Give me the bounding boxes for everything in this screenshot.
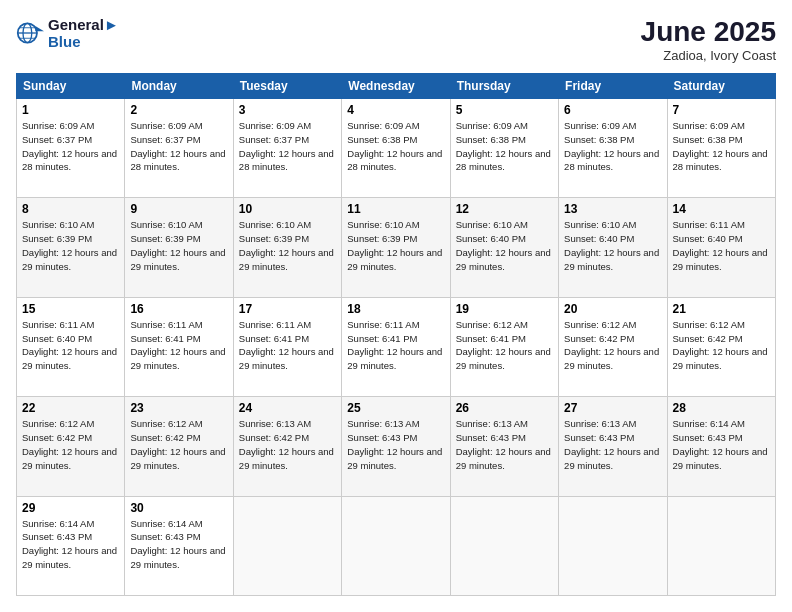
table-row: 6 Sunrise: 6:09 AMSunset: 6:38 PMDayligh… bbox=[559, 99, 667, 198]
table-row: 12 Sunrise: 6:10 AMSunset: 6:40 PMDaylig… bbox=[450, 198, 558, 297]
day-info: Sunrise: 6:09 AMSunset: 6:37 PMDaylight:… bbox=[130, 120, 225, 172]
table-row: 8 Sunrise: 6:10 AMSunset: 6:39 PMDayligh… bbox=[17, 198, 125, 297]
table-row: 21 Sunrise: 6:12 AMSunset: 6:42 PMDaylig… bbox=[667, 297, 775, 396]
day-info: Sunrise: 6:14 AMSunset: 6:43 PMDaylight:… bbox=[130, 518, 225, 570]
table-row: 7 Sunrise: 6:09 AMSunset: 6:38 PMDayligh… bbox=[667, 99, 775, 198]
day-info: Sunrise: 6:10 AMSunset: 6:39 PMDaylight:… bbox=[239, 219, 334, 271]
table-row: 4 Sunrise: 6:09 AMSunset: 6:38 PMDayligh… bbox=[342, 99, 450, 198]
table-row: 14 Sunrise: 6:11 AMSunset: 6:40 PMDaylig… bbox=[667, 198, 775, 297]
day-info: Sunrise: 6:13 AMSunset: 6:43 PMDaylight:… bbox=[347, 418, 442, 470]
day-info: Sunrise: 6:09 AMSunset: 6:38 PMDaylight:… bbox=[347, 120, 442, 172]
table-row: 19 Sunrise: 6:12 AMSunset: 6:41 PMDaylig… bbox=[450, 297, 558, 396]
day-number: 18 bbox=[347, 302, 444, 316]
day-info: Sunrise: 6:09 AMSunset: 6:38 PMDaylight:… bbox=[456, 120, 551, 172]
day-number: 12 bbox=[456, 202, 553, 216]
logo-icon bbox=[16, 19, 44, 47]
table-row: 15 Sunrise: 6:11 AMSunset: 6:40 PMDaylig… bbox=[17, 297, 125, 396]
day-number: 14 bbox=[673, 202, 770, 216]
day-info: Sunrise: 6:09 AMSunset: 6:37 PMDaylight:… bbox=[239, 120, 334, 172]
day-info: Sunrise: 6:13 AMSunset: 6:42 PMDaylight:… bbox=[239, 418, 334, 470]
day-number: 5 bbox=[456, 103, 553, 117]
table-row: 9 Sunrise: 6:10 AMSunset: 6:39 PMDayligh… bbox=[125, 198, 233, 297]
day-number: 23 bbox=[130, 401, 227, 415]
day-info: Sunrise: 6:12 AMSunset: 6:41 PMDaylight:… bbox=[456, 319, 551, 371]
table-row bbox=[342, 496, 450, 595]
table-row bbox=[559, 496, 667, 595]
table-row bbox=[450, 496, 558, 595]
day-number: 9 bbox=[130, 202, 227, 216]
day-number: 2 bbox=[130, 103, 227, 117]
table-row: 16 Sunrise: 6:11 AMSunset: 6:41 PMDaylig… bbox=[125, 297, 233, 396]
table-row: 26 Sunrise: 6:13 AMSunset: 6:43 PMDaylig… bbox=[450, 397, 558, 496]
table-row: 18 Sunrise: 6:11 AMSunset: 6:41 PMDaylig… bbox=[342, 297, 450, 396]
logo-text: General► Blue bbox=[48, 16, 119, 50]
table-row: 20 Sunrise: 6:12 AMSunset: 6:42 PMDaylig… bbox=[559, 297, 667, 396]
day-info: Sunrise: 6:11 AMSunset: 6:40 PMDaylight:… bbox=[673, 219, 768, 271]
col-friday: Friday bbox=[559, 74, 667, 99]
table-row: 2 Sunrise: 6:09 AMSunset: 6:37 PMDayligh… bbox=[125, 99, 233, 198]
day-number: 29 bbox=[22, 501, 119, 515]
day-info: Sunrise: 6:13 AMSunset: 6:43 PMDaylight:… bbox=[564, 418, 659, 470]
day-number: 7 bbox=[673, 103, 770, 117]
day-info: Sunrise: 6:10 AMSunset: 6:39 PMDaylight:… bbox=[22, 219, 117, 271]
table-row: 3 Sunrise: 6:09 AMSunset: 6:37 PMDayligh… bbox=[233, 99, 341, 198]
day-number: 6 bbox=[564, 103, 661, 117]
day-number: 27 bbox=[564, 401, 661, 415]
day-info: Sunrise: 6:12 AMSunset: 6:42 PMDaylight:… bbox=[673, 319, 768, 371]
day-info: Sunrise: 6:12 AMSunset: 6:42 PMDaylight:… bbox=[564, 319, 659, 371]
table-row: 22 Sunrise: 6:12 AMSunset: 6:42 PMDaylig… bbox=[17, 397, 125, 496]
day-number: 3 bbox=[239, 103, 336, 117]
header: General► Blue June 2025 Zadioa, Ivory Co… bbox=[16, 16, 776, 63]
table-row: 10 Sunrise: 6:10 AMSunset: 6:39 PMDaylig… bbox=[233, 198, 341, 297]
day-number: 30 bbox=[130, 501, 227, 515]
day-info: Sunrise: 6:11 AMSunset: 6:40 PMDaylight:… bbox=[22, 319, 117, 371]
day-info: Sunrise: 6:11 AMSunset: 6:41 PMDaylight:… bbox=[347, 319, 442, 371]
day-number: 20 bbox=[564, 302, 661, 316]
col-tuesday: Tuesday bbox=[233, 74, 341, 99]
day-number: 10 bbox=[239, 202, 336, 216]
calendar-table: Sunday Monday Tuesday Wednesday Thursday… bbox=[16, 73, 776, 596]
page: General► Blue June 2025 Zadioa, Ivory Co… bbox=[0, 0, 792, 612]
day-info: Sunrise: 6:09 AMSunset: 6:38 PMDaylight:… bbox=[564, 120, 659, 172]
table-row: 29 Sunrise: 6:14 AMSunset: 6:43 PMDaylig… bbox=[17, 496, 125, 595]
calendar-header-row: Sunday Monday Tuesday Wednesday Thursday… bbox=[17, 74, 776, 99]
day-info: Sunrise: 6:11 AMSunset: 6:41 PMDaylight:… bbox=[239, 319, 334, 371]
day-info: Sunrise: 6:09 AMSunset: 6:38 PMDaylight:… bbox=[673, 120, 768, 172]
col-monday: Monday bbox=[125, 74, 233, 99]
day-info: Sunrise: 6:11 AMSunset: 6:41 PMDaylight:… bbox=[130, 319, 225, 371]
table-row: 30 Sunrise: 6:14 AMSunset: 6:43 PMDaylig… bbox=[125, 496, 233, 595]
day-number: 19 bbox=[456, 302, 553, 316]
day-info: Sunrise: 6:12 AMSunset: 6:42 PMDaylight:… bbox=[22, 418, 117, 470]
day-info: Sunrise: 6:14 AMSunset: 6:43 PMDaylight:… bbox=[673, 418, 768, 470]
day-info: Sunrise: 6:10 AMSunset: 6:40 PMDaylight:… bbox=[456, 219, 551, 271]
day-number: 24 bbox=[239, 401, 336, 415]
col-saturday: Saturday bbox=[667, 74, 775, 99]
table-row: 13 Sunrise: 6:10 AMSunset: 6:40 PMDaylig… bbox=[559, 198, 667, 297]
day-info: Sunrise: 6:10 AMSunset: 6:40 PMDaylight:… bbox=[564, 219, 659, 271]
day-number: 11 bbox=[347, 202, 444, 216]
day-number: 4 bbox=[347, 103, 444, 117]
day-number: 15 bbox=[22, 302, 119, 316]
calendar-body: 1 Sunrise: 6:09 AMSunset: 6:37 PMDayligh… bbox=[17, 99, 776, 596]
day-info: Sunrise: 6:12 AMSunset: 6:42 PMDaylight:… bbox=[130, 418, 225, 470]
month-title: June 2025 bbox=[641, 16, 776, 48]
table-row: 1 Sunrise: 6:09 AMSunset: 6:37 PMDayligh… bbox=[17, 99, 125, 198]
col-thursday: Thursday bbox=[450, 74, 558, 99]
day-info: Sunrise: 6:10 AMSunset: 6:39 PMDaylight:… bbox=[347, 219, 442, 271]
table-row: 28 Sunrise: 6:14 AMSunset: 6:43 PMDaylig… bbox=[667, 397, 775, 496]
table-row: 25 Sunrise: 6:13 AMSunset: 6:43 PMDaylig… bbox=[342, 397, 450, 496]
logo: General► Blue bbox=[16, 16, 119, 50]
title-block: June 2025 Zadioa, Ivory Coast bbox=[641, 16, 776, 63]
day-number: 17 bbox=[239, 302, 336, 316]
table-row: 11 Sunrise: 6:10 AMSunset: 6:39 PMDaylig… bbox=[342, 198, 450, 297]
col-wednesday: Wednesday bbox=[342, 74, 450, 99]
day-number: 8 bbox=[22, 202, 119, 216]
day-info: Sunrise: 6:14 AMSunset: 6:43 PMDaylight:… bbox=[22, 518, 117, 570]
day-number: 26 bbox=[456, 401, 553, 415]
col-sunday: Sunday bbox=[17, 74, 125, 99]
table-row: 27 Sunrise: 6:13 AMSunset: 6:43 PMDaylig… bbox=[559, 397, 667, 496]
day-number: 25 bbox=[347, 401, 444, 415]
day-info: Sunrise: 6:13 AMSunset: 6:43 PMDaylight:… bbox=[456, 418, 551, 470]
day-info: Sunrise: 6:10 AMSunset: 6:39 PMDaylight:… bbox=[130, 219, 225, 271]
day-number: 21 bbox=[673, 302, 770, 316]
